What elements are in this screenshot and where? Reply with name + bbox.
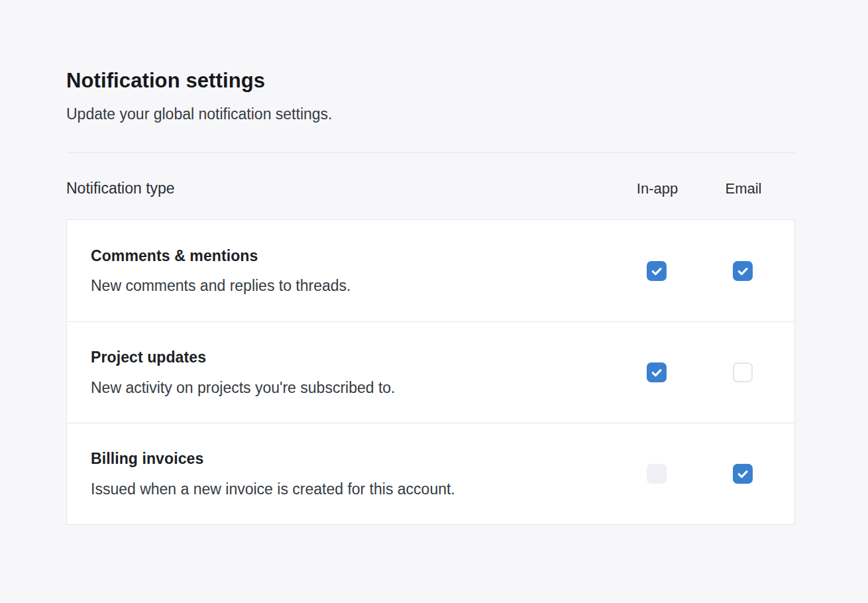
row-description: New comments and replies to threads. [91, 277, 612, 294]
email-checkbox[interactable] [733, 362, 753, 382]
row-description: Issued when a new invoice is created for… [91, 480, 612, 498]
column-header-notification-type: Notification type [66, 180, 625, 197]
section-divider [66, 152, 795, 153]
row-title: Billing invoices [91, 450, 612, 467]
row-checkbox-columns [625, 362, 794, 382]
row-checkbox-columns [625, 464, 794, 484]
row-checkbox-columns [625, 261, 794, 281]
column-header-in-app: In-app [625, 180, 689, 197]
column-header-email: Email [712, 180, 775, 197]
check-icon [650, 366, 663, 379]
in-app-checkbox[interactable] [647, 362, 667, 382]
notification-table: Comments & mentions New comments and rep… [66, 219, 795, 525]
table-row: Project updates New activity on projects… [67, 321, 794, 423]
table-row: Comments & mentions New comments and rep… [67, 220, 794, 321]
row-title: Project updates [91, 349, 612, 366]
notification-settings-page: Notification settings Update your global… [66, 0, 795, 525]
row-description: New activity on projects you're subscrib… [91, 379, 612, 396]
row-text: Project updates New activity on projects… [67, 349, 625, 396]
check-icon [650, 264, 663, 278]
email-checkbox[interactable] [733, 464, 753, 484]
page-title: Notification settings [66, 68, 795, 93]
in-app-checkbox [647, 464, 667, 484]
email-checkbox[interactable] [733, 261, 753, 281]
check-icon [736, 264, 749, 278]
table-header-row: Notification type In-app Email [66, 180, 795, 197]
row-title: Comments & mentions [91, 247, 612, 264]
row-text: Comments & mentions New comments and rep… [67, 247, 625, 295]
table-row: Billing invoices Issued when a new invoi… [67, 423, 794, 524]
in-app-checkbox[interactable] [647, 261, 667, 281]
row-text: Billing invoices Issued when a new invoi… [67, 450, 625, 498]
check-icon [736, 467, 749, 480]
column-headers: In-app Email [625, 180, 795, 197]
page-subtitle: Update your global notification settings… [66, 105, 795, 123]
